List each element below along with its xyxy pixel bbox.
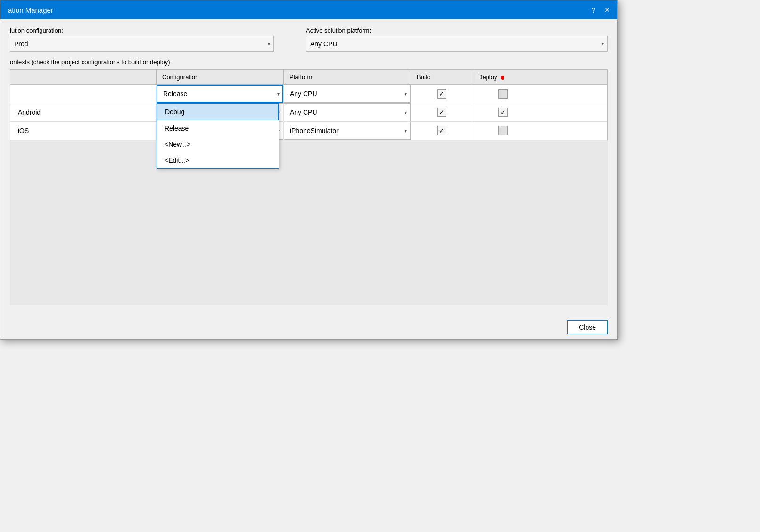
dialog-footer: Close	[0, 316, 617, 339]
row0-config-cell: Release Debug <New...> <Edit...> ▾ Debug…	[157, 85, 284, 103]
row2-deploy-checkbox	[498, 126, 508, 135]
platform-select-wrapper: Any CPU x86 x64 ARM ▾	[306, 36, 608, 52]
row1-platform-select[interactable]: Any CPU x86 x64	[284, 103, 411, 121]
solution-config-label: lution configuration:	[10, 27, 287, 34]
row0-config-select[interactable]: Release Debug <New...> <Edit...>	[157, 85, 283, 103]
row1-build-cell	[411, 103, 472, 121]
col-header-name	[10, 70, 157, 84]
row0-deploy-cell	[472, 85, 534, 103]
row0-build-checkbox[interactable]	[437, 89, 446, 99]
table-row: .iOS Release Debug <New...> <Edit...> ▾	[10, 122, 607, 140]
dropdown-item-release[interactable]: Release	[157, 120, 279, 136]
solution-config-select[interactable]: Prod Debug Release	[10, 36, 274, 52]
config-dropdown: Debug Release <New...> <Edit...>	[157, 103, 279, 169]
solution-config-group: lution configuration: Prod Debug Release…	[10, 27, 287, 52]
dropdown-item-edit[interactable]: <Edit...>	[157, 152, 279, 168]
row2-build-checkbox[interactable]	[437, 126, 446, 135]
row2-name: .iOS	[10, 122, 157, 140]
row2-platform-cell: iPhoneSimulator Any CPU ▾	[284, 122, 411, 140]
row1-deploy-cell	[472, 103, 534, 121]
row1-name: .Android	[10, 103, 157, 121]
row0-config-select-wrapper: Release Debug <New...> <Edit...> ▾	[157, 85, 283, 103]
deploy-red-dot	[501, 76, 504, 80]
empty-table-area	[10, 140, 608, 305]
platform-label: Active solution platform:	[306, 27, 608, 34]
dropdown-item-debug[interactable]: Debug	[157, 103, 279, 120]
platform-group: Active solution platform: Any CPU x86 x6…	[306, 27, 608, 52]
table-row: Release Debug <New...> <Edit...> ▾ Debug…	[10, 85, 607, 103]
configuration-manager-dialog: ation Manager ? × lution configuration: …	[0, 0, 618, 340]
row2-deploy-cell	[472, 122, 534, 140]
row0-name	[10, 85, 157, 103]
row0-deploy-checkbox	[498, 89, 508, 99]
form-row: lution configuration: Prod Debug Release…	[10, 27, 608, 52]
table-area: Configuration Platform Build Deploy Rel	[10, 69, 608, 305]
title-bar-controls: ? ×	[591, 5, 610, 15]
row0-platform-select[interactable]: Any CPU x86 x64	[284, 85, 411, 103]
row2-build-cell	[411, 122, 472, 140]
dialog-title: ation Manager	[8, 6, 53, 14]
close-title-button[interactable]: ×	[604, 5, 610, 15]
row1-platform-select-wrapper: Any CPU x86 x64 ▾	[284, 103, 411, 121]
row2-platform-select-wrapper: iPhoneSimulator Any CPU ▾	[284, 122, 411, 140]
help-button[interactable]: ?	[591, 6, 595, 14]
col-header-build: Build	[411, 70, 472, 84]
col-header-config: Configuration	[157, 70, 284, 84]
row2-platform-select[interactable]: iPhoneSimulator Any CPU	[284, 122, 411, 140]
col-header-deploy: Deploy	[472, 70, 534, 84]
table-row: .Android Release Debug <New...> <Edit...…	[10, 103, 607, 122]
row1-platform-cell: Any CPU x86 x64 ▾	[284, 103, 411, 121]
table-container: Configuration Platform Build Deploy Rel	[10, 69, 608, 140]
row0-platform-select-wrapper: Any CPU x86 x64 ▾	[284, 85, 411, 103]
row0-build-cell	[411, 85, 472, 103]
platform-select[interactable]: Any CPU x86 x64 ARM	[306, 36, 608, 52]
row1-build-checkbox[interactable]	[437, 108, 446, 117]
row0-platform-cell: Any CPU x86 x64 ▾	[284, 85, 411, 103]
close-button[interactable]: Close	[567, 320, 608, 334]
title-bar: ation Manager ? ×	[0, 0, 617, 19]
col-header-platform: Platform	[284, 70, 411, 84]
row2-name-label: .iOS	[16, 127, 29, 134]
solution-config-select-wrapper: Prod Debug Release ▾	[10, 36, 274, 52]
row1-name-label: .Android	[16, 108, 41, 116]
contexts-label: ontexts (check the project configuration…	[10, 58, 608, 66]
table-header: Configuration Platform Build Deploy	[10, 70, 607, 85]
row1-deploy-checkbox[interactable]	[498, 108, 508, 117]
dialog-body: lution configuration: Prod Debug Release…	[0, 19, 617, 316]
dropdown-item-new[interactable]: <New...>	[157, 136, 279, 152]
